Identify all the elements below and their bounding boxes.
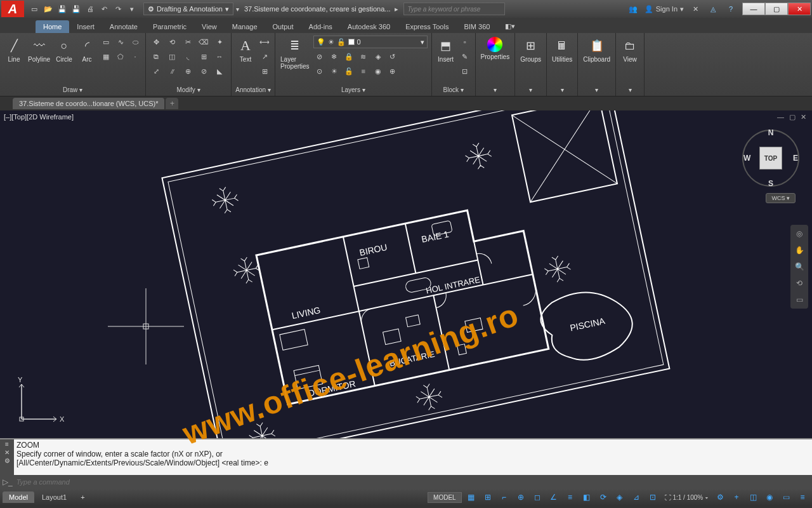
utilities-button[interactable]: 🖩Utilities xyxy=(551,36,573,64)
dyninput-icon[interactable]: ⊡ xyxy=(646,491,660,504)
properties-button[interactable]: Properties xyxy=(480,36,511,62)
ortho-icon[interactable]: ⌐ xyxy=(497,491,511,504)
save-icon[interactable]: 💾 xyxy=(56,3,69,15)
layer-prev-icon[interactable]: ↺ xyxy=(386,50,399,63)
explode-icon[interactable]: ✦ xyxy=(213,36,226,48)
join-icon[interactable]: ⊕ xyxy=(181,65,194,77)
layer-lock-icon[interactable]: 🔒 xyxy=(343,50,355,63)
undo-icon[interactable]: ↶ xyxy=(98,3,110,15)
3dosnap-icon[interactable]: ◈ xyxy=(613,491,627,504)
customize-icon[interactable]: ≡ xyxy=(796,491,809,504)
offset-icon[interactable]: ⫽ xyxy=(166,65,178,77)
isolate-icon[interactable]: ◉ xyxy=(763,491,776,504)
transparency-icon[interactable]: ◧ xyxy=(580,491,594,504)
app-logo[interactable]: A xyxy=(1,1,24,17)
compass-w[interactable]: W xyxy=(743,154,750,163)
qat-more-icon[interactable]: ▾ xyxy=(126,3,138,15)
nav-showmotion-icon[interactable]: ▭ xyxy=(793,293,806,306)
nav-pan-icon[interactable]: ✋ xyxy=(793,244,806,257)
stretch-icon[interactable]: ↔ xyxy=(213,50,226,63)
canvas[interactable]: BIROU BAIE 1 LIVING HOL INTRARE DORMITOR… xyxy=(0,110,812,438)
exchange2-icon[interactable]: ◬ xyxy=(707,3,719,15)
grid-icon[interactable]: ▦ xyxy=(464,491,478,504)
ellipse-icon[interactable]: ⬭ xyxy=(129,36,141,48)
break-icon[interactable]: ⊘ xyxy=(197,65,210,77)
polar-icon[interactable]: ⊕ xyxy=(514,491,528,504)
trim-icon[interactable]: ✂ xyxy=(181,36,194,48)
cmd-close-icon[interactable]: ✕ xyxy=(4,449,10,456)
hardware-icon[interactable]: ◫ xyxy=(746,491,760,504)
layer-iso-icon[interactable]: ◈ xyxy=(372,50,384,63)
tab-output[interactable]: Output xyxy=(265,20,301,33)
insert-block-button[interactable]: ⬒Insert xyxy=(436,36,456,64)
new-icon[interactable]: ▭ xyxy=(28,3,41,15)
erase-icon[interactable]: ⌫ xyxy=(197,36,210,48)
title-arrow-icon[interactable]: ▸ xyxy=(395,5,398,13)
layer-on-icon[interactable]: ⊙ xyxy=(313,65,326,77)
leader-icon[interactable]: ↗ xyxy=(258,50,271,63)
layer-freeze-icon[interactable]: ❄ xyxy=(328,50,341,63)
command-input[interactable] xyxy=(16,478,809,486)
layer-properties-button[interactable]: ≣Layer Properties xyxy=(279,36,311,71)
tab-bim360[interactable]: BIM 360 xyxy=(456,20,497,33)
redo-icon[interactable]: ↷ xyxy=(112,3,124,15)
annotation-scale[interactable]: ⛶ 1:1 / 100% ▾ xyxy=(662,494,710,501)
groups-button[interactable]: ⊞Groups xyxy=(519,36,542,64)
spline-icon[interactable]: ∿ xyxy=(114,36,127,48)
polygon-icon[interactable]: ⬠ xyxy=(114,50,127,63)
tab-insert[interactable]: Insert xyxy=(69,20,102,33)
panel-label[interactable]: Annotation ▾ xyxy=(235,85,271,93)
clipboard-button[interactable]: 📋Clipboard xyxy=(582,36,612,64)
text-button[interactable]: AText xyxy=(235,36,256,64)
attr-icon[interactable]: ⊡ xyxy=(459,65,471,77)
panel-label[interactable]: ▾ xyxy=(582,85,612,93)
model-tab[interactable]: Model xyxy=(3,491,34,503)
edit-block-icon[interactable]: ✎ xyxy=(459,50,471,63)
panel-label[interactable]: Draw ▾ xyxy=(4,85,141,93)
cmd-history-icon[interactable]: ≡ xyxy=(5,441,9,448)
panel-label[interactable]: ▾ xyxy=(551,85,573,93)
annomonitor-icon[interactable]: + xyxy=(730,491,743,504)
layout-tab[interactable]: Layout1 xyxy=(36,491,73,503)
panel-label[interactable]: ▾ xyxy=(620,85,640,93)
tab-home[interactable]: Home xyxy=(36,20,69,33)
tab-expresstools[interactable]: Express Tools xyxy=(398,20,456,33)
plot-icon[interactable]: 🖨 xyxy=(84,3,96,15)
wcs-label[interactable]: WCS ▾ xyxy=(766,193,796,203)
maximize-button[interactable]: ▢ xyxy=(765,3,788,15)
drawing-area[interactable]: [–][Top][2D Wireframe] — ▢ ✕ xyxy=(0,110,812,438)
layer-unlock-icon[interactable]: 🔓 xyxy=(343,65,355,77)
cycling-icon[interactable]: ⟳ xyxy=(596,491,610,504)
rotate-icon[interactable]: ⟲ xyxy=(166,36,178,48)
layer-match-icon[interactable]: ≋ xyxy=(357,50,370,63)
signin-button[interactable]: 👤 Sign In ▾ xyxy=(645,5,684,13)
modelspace-button[interactable]: MODEL xyxy=(428,492,462,503)
compass-e[interactable]: E xyxy=(793,154,798,163)
layer-state-icon[interactable]: ≡ xyxy=(357,65,370,77)
osnap-icon[interactable]: ◻ xyxy=(530,491,544,504)
saveas-icon[interactable]: 💾 xyxy=(70,3,82,15)
copy-icon[interactable]: ⧉ xyxy=(150,50,162,63)
move-icon[interactable]: ✥ xyxy=(150,36,162,48)
add-tab-button[interactable]: + xyxy=(166,98,178,109)
help-icon[interactable]: ? xyxy=(724,3,737,15)
dimension-icon[interactable]: ⟷ xyxy=(258,36,271,48)
layer-off-icon[interactable]: ⊘ xyxy=(313,50,326,63)
exchange-icon[interactable]: ✕ xyxy=(689,3,702,15)
layer-walk-icon[interactable]: ◉ xyxy=(372,65,384,77)
tab-manage[interactable]: Manage xyxy=(225,20,265,33)
snap-icon[interactable]: ⊞ xyxy=(481,491,495,504)
tab-view[interactable]: View xyxy=(194,20,225,33)
circle-button[interactable]: ○Circle xyxy=(54,36,74,64)
create-block-icon[interactable]: ▫ xyxy=(459,36,471,48)
fillet-icon[interactable]: ◟ xyxy=(181,50,194,63)
compass-s[interactable]: S xyxy=(768,179,773,188)
panel-label[interactable]: ▾ xyxy=(480,85,511,93)
array-icon[interactable]: ⊞ xyxy=(197,50,210,63)
mirror-icon[interactable]: ◫ xyxy=(166,50,178,63)
panel-label[interactable]: Block ▾ xyxy=(436,85,471,93)
compass-n[interactable]: N xyxy=(768,128,774,137)
arc-button[interactable]: ◜Arc xyxy=(77,36,97,64)
hatch-icon[interactable]: ▦ xyxy=(100,50,112,63)
add-layout-button[interactable]: + xyxy=(74,491,91,503)
